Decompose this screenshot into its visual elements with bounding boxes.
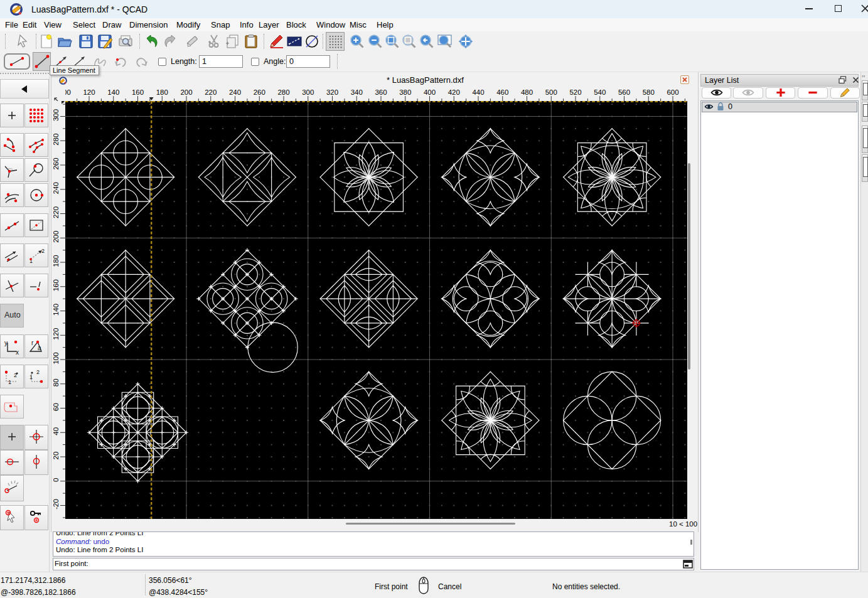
svg-text:120: 120 [53,328,60,340]
svg-text:r: r [31,339,34,346]
svg-text:280: 280 [277,88,289,96]
svg-text:440: 440 [472,88,484,96]
svg-text:140: 140 [53,304,60,316]
svg-text:180: 180 [156,88,168,96]
svg-text:1: 1 [8,379,11,385]
svg-text:200: 200 [180,88,192,96]
svg-text:240: 240 [229,88,241,96]
svg-text:100: 100 [53,352,60,364]
svg-text:200: 200 [53,231,60,243]
svg-text:260: 260 [53,158,60,169]
svg-text:180: 180 [53,255,60,267]
svg-text:580: 580 [643,88,655,96]
svg-text:380: 380 [399,88,411,96]
svg-text:500: 500 [545,88,557,96]
svg-text:320: 320 [326,88,338,96]
svg-text:y: y [4,339,8,346]
svg-text:1: 1 [29,374,33,380]
svg-text:80: 80 [53,378,60,387]
svg-text:400: 400 [424,88,436,96]
svg-text:560: 560 [618,88,630,96]
svg-text:480: 480 [521,88,533,96]
svg-text:160: 160 [53,279,60,291]
svg-text:140: 140 [107,88,119,96]
svg-text:160: 160 [132,88,144,96]
svg-text:2: 2 [36,369,40,375]
svg-text:600: 600 [667,88,678,96]
svg-text:100: 100 [65,88,71,96]
svg-text:460: 460 [496,88,508,96]
svg-text:a: a [38,344,41,351]
svg-text:520: 520 [569,88,581,96]
svg-text:-20: -20 [53,499,60,510]
svg-text:300: 300 [302,88,314,96]
svg-text:300: 300 [53,109,60,121]
svg-text:220: 220 [53,206,60,218]
svg-text:60: 60 [53,403,60,411]
svg-text:260: 260 [254,88,265,96]
svg-text:40: 40 [53,427,60,435]
svg-text:220: 220 [205,88,217,96]
svg-text:420: 420 [448,88,460,96]
svg-text:20: 20 [53,452,60,460]
svg-text:2: 2 [41,248,45,254]
svg-text:240: 240 [53,182,60,194]
svg-text:0: 0 [53,478,60,482]
svg-text:2: 2 [14,372,17,378]
svg-text:340: 340 [351,88,363,96]
svg-text:360: 360 [375,88,387,96]
svg-text:x: x [16,349,19,355]
svg-text:280: 280 [53,134,60,146]
svg-text:540: 540 [594,88,606,96]
svg-text:120: 120 [83,88,95,96]
